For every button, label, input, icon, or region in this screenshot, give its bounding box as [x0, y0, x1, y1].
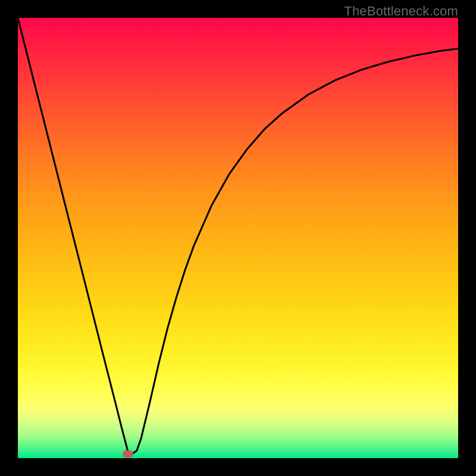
plot-area — [18, 18, 458, 458]
optimal-point-marker — [123, 450, 133, 458]
bottleneck-curve — [18, 18, 458, 458]
chart-container: TheBottleneck.com — [0, 0, 476, 476]
watermark-text: TheBottleneck.com — [344, 4, 458, 19]
